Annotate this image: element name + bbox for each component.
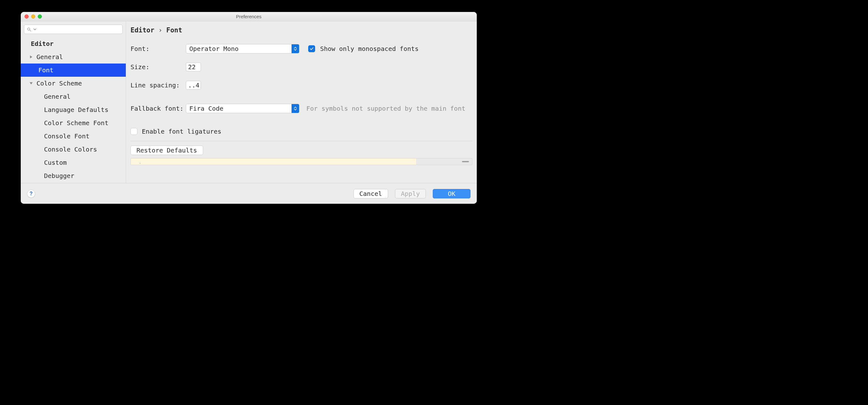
sidebar-item-color-scheme[interactable]: Color Scheme [21,77,126,90]
sidebar-item-cs-general[interactable]: General [21,90,126,103]
font-select[interactable]: Operator Mono [186,44,300,54]
sidebar-section-label: Editor [31,40,54,48]
fallback-select[interactable]: Fira Code [186,104,300,113]
sidebar-item-console-font[interactable]: Console Font [21,129,126,143]
svg-line-1 [30,30,31,31]
line-spacing-value: ..4 [188,82,199,89]
line-spacing-input[interactable]: ..4 [186,81,201,90]
breadcrumb-leaf: Font [166,26,182,34]
sidebar-section-editor[interactable]: Editor [21,37,126,50]
sidebar-item-label: Console Font [44,132,90,140]
sidebar-item-label: Debugger [44,172,74,180]
footer: ? Cancel Apply OK [21,183,477,204]
show-monospaced-label: Show only monospaced fonts [320,45,418,53]
ligatures-checkbox[interactable] [130,128,137,135]
fallback-label: Fallback font: [130,105,186,112]
apply-button[interactable]: Apply [395,189,426,198]
restore-defaults-label: Restore Defaults [136,147,197,153]
breadcrumb: Editor › Font [126,21,477,37]
cancel-label: Cancel [360,191,382,197]
sidebar-item-debugger[interactable]: Debugger [21,169,126,182]
drag-handle-icon[interactable] [462,161,469,162]
svg-point-0 [28,28,30,30]
divider [130,141,472,141]
chevron-down-icon [33,28,36,31]
size-input[interactable]: 22 [186,63,201,71]
stepper-icon [291,104,299,113]
help-icon: ? [30,191,33,196]
show-monospaced-checkbox[interactable] [308,45,315,52]
sidebar-item-console-colors[interactable]: Console Colors [21,143,126,156]
cancel-button[interactable]: Cancel [353,189,388,198]
chevron-right-icon [29,55,33,59]
restore-defaults-button[interactable]: Restore Defaults [130,146,203,155]
titlebar: Preferences [21,12,477,21]
fallback-hint: For symbols not supported by the main fo… [306,105,465,112]
search-input[interactable] [24,25,123,34]
ok-button[interactable]: OK [433,189,470,198]
sidebar-item-label: General [44,93,70,100]
search-field[interactable] [38,25,120,34]
apply-label: Apply [401,191,420,197]
sidebar-item-font[interactable]: Font [21,64,126,77]
sidebar-item-label: Console Colors [44,146,97,153]
check-icon [309,46,314,51]
preferences-window: Preferences Editor [21,12,477,204]
sidebar-item-label: Custom [44,159,67,166]
search-icon [27,27,31,32]
fallback-value: Fira Code [186,104,291,113]
sidebar-item-label: General [36,53,63,61]
sidebar-item-label: Color Scheme Font [44,119,108,127]
sidebar-item-label: Font [38,66,54,74]
chevron-down-icon [29,81,33,86]
main-panel: Editor › Font Font: Operator Mono [126,21,477,183]
sidebar-item-general[interactable]: General [21,50,126,64]
size-label: Size: [130,63,186,71]
font-value: Operator Mono [186,44,291,53]
sidebar-item-label: Color Scheme [36,80,82,87]
breadcrumb-sep: › [158,26,163,34]
stepper-icon [291,44,299,53]
sidebar: Editor General Font [21,21,126,183]
help-button[interactable]: ? [27,190,35,198]
size-value: 22 [188,63,196,71]
preview-placeholder: , [140,160,141,164]
sidebar-item-label: Language Defaults [44,106,108,114]
breadcrumb-root: Editor [130,26,154,34]
line-spacing-label: Line spacing: [130,82,186,89]
ligatures-label: Enable font ligatures [142,128,221,135]
font-preview: , [130,158,472,165]
sidebar-item-color-scheme-font[interactable]: Color Scheme Font [21,116,126,129]
ok-label: OK [448,191,455,197]
sidebar-item-custom[interactable]: Custom [21,156,126,169]
sidebar-item-language-defaults[interactable]: Language Defaults [21,103,126,116]
sidebar-tree: Editor General Font [21,36,126,183]
font-label: Font: [130,45,186,53]
window-title: Preferences [21,12,477,21]
